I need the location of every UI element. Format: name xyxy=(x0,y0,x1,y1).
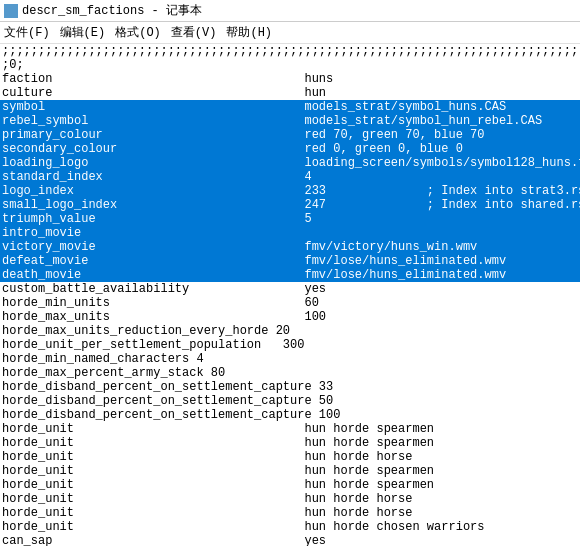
window-title: descr_sm_factions - 记事本 xyxy=(22,2,202,19)
line-9: standard_index 4 xyxy=(0,170,580,184)
line-12: triumph_value 5 xyxy=(0,212,580,226)
line-value-8: loading_screen/symbols/symbol128_huns.tg… xyxy=(304,156,580,170)
line-value-15: fmv/lose/huns_eliminated.wmv xyxy=(304,254,506,268)
line-key-9: standard_index xyxy=(2,170,304,184)
line-value-6: red 70, green 70, blue 70 xyxy=(304,128,484,142)
line-value-18: 60 xyxy=(304,296,318,310)
line-value-4: models_strat/symbol_huns.CAS xyxy=(304,100,506,114)
line-24: horde_disband_percent_on_settlement_capt… xyxy=(0,380,580,394)
line-key-34: horde_unit xyxy=(2,520,304,534)
line-key-15: defeat_movie xyxy=(2,254,304,268)
line-31: horde_unit hun horde spearmen xyxy=(0,478,580,492)
line-value-26: 100 xyxy=(319,408,341,422)
line-3: culture hun xyxy=(0,86,580,100)
line-value-3: hun xyxy=(304,86,326,100)
line-19: horde_max_units 100 xyxy=(0,310,580,324)
line-value-27: hun horde spearmen xyxy=(304,422,434,436)
line-value-7: red 0, green 0, blue 0 xyxy=(304,142,462,156)
line-value-2: huns xyxy=(304,72,333,86)
line-value-14: fmv/victory/huns_win.wmv xyxy=(304,240,477,254)
line-key-12: triumph_value xyxy=(2,212,304,226)
line-key-26: horde_disband_percent_on_settlement_capt… xyxy=(2,408,319,422)
line-key-16: death_movie xyxy=(2,268,304,282)
line-key-10: logo_index xyxy=(2,184,304,198)
line-key-22: horde_min_named_characters 4 xyxy=(2,352,222,366)
line-key-19: horde_max_units xyxy=(2,310,304,324)
line-4: symbol models_strat/symbol_huns.CAS xyxy=(0,100,580,114)
menu-item-f[interactable]: 文件(F) xyxy=(4,24,50,41)
line-6: primary_colour red 70, green 70, blue 70 xyxy=(0,128,580,142)
line-value-29: hun horde horse xyxy=(304,450,412,464)
line-key-32: horde_unit xyxy=(2,492,304,506)
content-area[interactable]: ;;;;;;;;;;;;;;;;;;;;;;;;;;;;;;;;;;;;;;;;… xyxy=(0,44,580,546)
title-bar-icon xyxy=(4,4,18,18)
line-30: horde_unit hun horde spearmen xyxy=(0,464,580,478)
line-17: custom_battle_availability yes xyxy=(0,282,580,296)
line-key-2: faction xyxy=(2,72,304,86)
line-29: horde_unit hun horde horse xyxy=(0,450,580,464)
line-key-0: ;;;;;;;;;;;;;;;;;;;;;;;;;;;;;;;;;;;;;;;;… xyxy=(2,44,578,58)
line-key-1: ;0; xyxy=(2,58,222,72)
menu-item-v[interactable]: 查看(V) xyxy=(171,24,217,41)
line-value-32: hun horde horse xyxy=(304,492,412,506)
line-key-4: symbol xyxy=(2,100,304,114)
line-key-23: horde_max_percent_army_stack 80 xyxy=(2,366,225,380)
line-13: intro_movie xyxy=(0,226,580,240)
line-value-30: hun horde spearmen xyxy=(304,464,434,478)
line-15: defeat_movie fmv/lose/huns_eliminated.wm… xyxy=(0,254,580,268)
line-value-35: yes xyxy=(304,534,326,546)
line-value-11: 247 ; Index into shared.rsd xyxy=(304,198,580,212)
line-key-7: secondary_colour xyxy=(2,142,304,156)
line-value-24: 33 xyxy=(319,380,333,394)
line-key-14: victory_movie xyxy=(2,240,304,254)
menu-bar: 文件(F)编辑(E)格式(O)查看(V)帮助(H) xyxy=(0,22,580,44)
line-key-25: horde_disband_percent_on_settlement_capt… xyxy=(2,394,319,408)
line-2: faction huns xyxy=(0,72,580,86)
line-value-9: 4 xyxy=(304,170,311,184)
line-25: horde_disband_percent_on_settlement_capt… xyxy=(0,394,580,408)
line-value-5: models_strat/symbol_hun_rebel.CAS xyxy=(304,114,542,128)
menu-item-e[interactable]: 编辑(E) xyxy=(60,24,106,41)
menu-item-o[interactable]: 格式(O) xyxy=(115,24,161,41)
line-5: rebel_symbol models_strat/symbol_hun_reb… xyxy=(0,114,580,128)
line-18: horde_min_units 60 xyxy=(0,296,580,310)
title-bar: descr_sm_factions - 记事本 xyxy=(0,0,580,22)
line-21: horde_unit_per_settlement_population 300 xyxy=(0,338,580,352)
line-key-6: primary_colour xyxy=(2,128,304,142)
line-value-17: yes xyxy=(304,282,326,296)
line-33: horde_unit hun horde horse xyxy=(0,506,580,520)
line-key-24: horde_disband_percent_on_settlement_capt… xyxy=(2,380,319,394)
line-key-3: culture xyxy=(2,86,304,100)
line-23: horde_max_percent_army_stack 80 xyxy=(0,366,580,380)
line-key-35: can_sap xyxy=(2,534,304,546)
line-key-27: horde_unit xyxy=(2,422,304,436)
line-32: horde_unit hun horde horse xyxy=(0,492,580,506)
line-11: small_logo_index 247 ; Index into shared… xyxy=(0,198,580,212)
line-10: logo_index 233 ; Index into strat3.rsd xyxy=(0,184,580,198)
line-key-13: intro_movie xyxy=(2,226,222,240)
line-key-11: small_logo_index xyxy=(2,198,304,212)
line-value-12: 5 xyxy=(304,212,311,226)
line-value-33: hun horde horse xyxy=(304,506,412,520)
line-27: horde_unit hun horde spearmen xyxy=(0,422,580,436)
menu-item-h[interactable]: 帮助(H) xyxy=(226,24,272,41)
line-value-10: 233 ; Index into strat3.rsd xyxy=(304,184,580,198)
line-value-34: hun horde chosen warriors xyxy=(304,520,484,534)
line-0: ;;;;;;;;;;;;;;;;;;;;;;;;;;;;;;;;;;;;;;;;… xyxy=(0,44,580,58)
line-value-19: 100 xyxy=(304,310,326,324)
line-7: secondary_colour red 0, green 0, blue 0 xyxy=(0,142,580,156)
line-28: horde_unit hun horde spearmen xyxy=(0,436,580,450)
line-key-28: horde_unit xyxy=(2,436,304,450)
line-key-30: horde_unit xyxy=(2,464,304,478)
line-14: victory_movie fmv/victory/huns_win.wmv xyxy=(0,240,580,254)
line-key-5: rebel_symbol xyxy=(2,114,304,128)
line-value-31: hun horde spearmen xyxy=(304,478,434,492)
line-16: death_movie fmv/lose/huns_eliminated.wmv xyxy=(0,268,580,282)
line-key-20: horde_max_units_reduction_every_horde 20 xyxy=(2,324,290,338)
line-key-21: horde_unit_per_settlement_population 300 xyxy=(2,338,304,352)
line-value-16: fmv/lose/huns_eliminated.wmv xyxy=(304,268,506,282)
line-35: can_sap yes xyxy=(0,534,580,546)
line-key-33: horde_unit xyxy=(2,506,304,520)
line-key-8: loading_logo xyxy=(2,156,304,170)
line-key-29: horde_unit xyxy=(2,450,304,464)
